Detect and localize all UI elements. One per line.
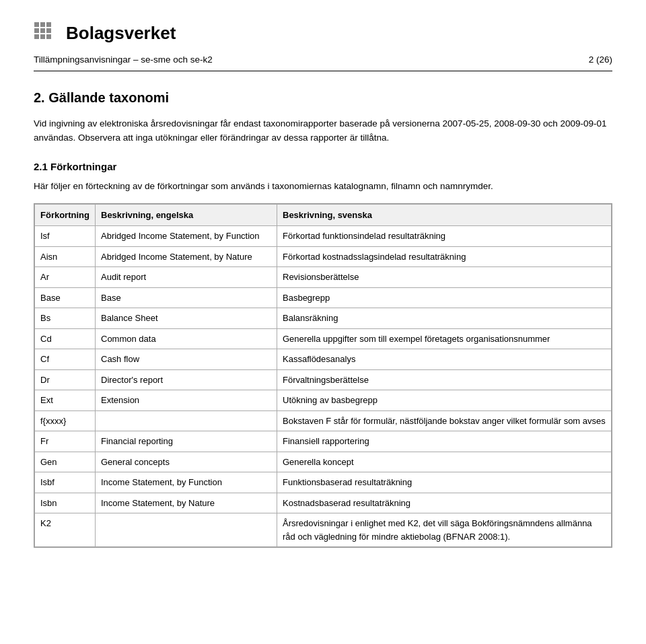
- table-cell-12-2: Funktionsbaserad resultaträkning: [277, 472, 612, 493]
- table-cell-14-1: [96, 513, 277, 547]
- table-row: BaseBaseBasbegrepp: [35, 287, 612, 308]
- table-row: IsbnIncome Statement, by NatureKostnadsb…: [35, 493, 612, 513]
- table-cell-9-0: f{xxxx}: [35, 410, 96, 431]
- subheader-text: Tillämpningsanvisningar – se-sme och se-…: [34, 53, 213, 67]
- table-cell-8-1: Extension: [96, 390, 277, 411]
- table-row: f{xxxx}Bokstaven F står för formulär, nä…: [35, 410, 612, 431]
- col-header-en: Beskrivning, engelska: [96, 204, 277, 226]
- table-cell-9-1: [96, 410, 277, 431]
- table-cell-13-2: Kostnadsbaserad resultaträkning: [277, 493, 612, 513]
- table-cell-5-2: Generella uppgifter som till exempel för…: [277, 328, 612, 349]
- table-cell-3-2: Basbegrepp: [277, 287, 612, 308]
- table-cell-3-0: Base: [35, 287, 96, 308]
- table-row: BsBalance SheetBalansräkning: [35, 308, 612, 329]
- col-header-sv: Beskrivning, svenska: [277, 204, 612, 226]
- table-cell-5-0: Cd: [35, 328, 96, 349]
- abbreviations-table-container: Förkortning Beskrivning, engelska Beskri…: [34, 203, 612, 548]
- table-cell-1-1: Abridged Income Statement, by Nature: [96, 246, 277, 267]
- table-cell-9-2: Bokstaven F står för formulär, nästfölja…: [277, 410, 612, 431]
- table-row: IsbfIncome Statement, by FunctionFunktio…: [35, 472, 612, 493]
- table-row: CdCommon dataGenerella uppgifter som til…: [35, 328, 612, 349]
- table-cell-4-0: Bs: [35, 308, 96, 329]
- table-cell-13-0: Isbn: [35, 493, 96, 513]
- table-body: IsfAbridged Income Statement, by Functio…: [35, 226, 612, 547]
- table-row: DrDirector's reportFörvaltningsberättels…: [35, 369, 612, 390]
- table-cell-1-2: Förkortad kostnadsslagsindelad resultatr…: [277, 246, 612, 267]
- svg-rect-6: [34, 34, 39, 39]
- table-cell-7-2: Förvaltningsberättelse: [277, 369, 612, 390]
- section-title: 2. Gällande taxonomi: [34, 87, 612, 108]
- table-cell-3-1: Base: [96, 287, 277, 308]
- table-row: ArAudit reportRevisionsberättelse: [35, 267, 612, 288]
- svg-rect-8: [46, 34, 51, 39]
- table-header-row: Förkortning Beskrivning, engelska Beskri…: [35, 204, 612, 226]
- bolagsverket-logo-icon: [34, 22, 58, 46]
- table-cell-11-0: Gen: [35, 452, 96, 472]
- table-cell-10-2: Finansiell rapportering: [277, 431, 612, 452]
- table-cell-8-0: Ext: [35, 390, 96, 411]
- table-cell-0-1: Abridged Income Statement, by Function: [96, 226, 277, 247]
- table-row: CfCash flowKassaflödesanalys: [35, 349, 612, 370]
- subheader: Tillämpningsanvisningar – se-sme och se-…: [34, 53, 612, 71]
- table-cell-14-2: Årsredovisningar i enlighet med K2, det …: [277, 513, 612, 547]
- table-cell-12-1: Income Statement, by Function: [96, 472, 277, 493]
- table-cell-11-1: General concepts: [96, 452, 277, 472]
- table-cell-12-0: Isbf: [35, 472, 96, 493]
- svg-rect-5: [46, 28, 51, 33]
- table-cell-1-0: Aisn: [35, 246, 96, 267]
- svg-rect-2: [46, 22, 51, 27]
- svg-rect-1: [40, 22, 45, 27]
- table-cell-6-0: Cf: [35, 349, 96, 370]
- logo-text: Bolagsverket: [66, 20, 176, 46]
- subsection-title: 2.1 Förkortningar: [34, 159, 612, 175]
- header-section: Bolagsverket: [34, 20, 612, 46]
- table-cell-4-1: Balance Sheet: [96, 308, 277, 329]
- table-cell-0-2: Förkortad funktionsindelad resultaträkni…: [277, 226, 612, 247]
- svg-rect-4: [40, 28, 45, 33]
- table-row: AisnAbridged Income Statement, by Nature…: [35, 246, 612, 267]
- body-text-1: Vid ingivning av elektroniska årsredovis…: [34, 117, 612, 145]
- table-row: ExtExtensionUtökning av basbegrepp: [35, 390, 612, 411]
- table-row: GenGeneral conceptsGenerella koncept: [35, 452, 612, 472]
- table-cell-6-1: Cash flow: [96, 349, 277, 370]
- table-cell-8-2: Utökning av basbegrepp: [277, 390, 612, 411]
- table-row: IsfAbridged Income Statement, by Functio…: [35, 226, 612, 247]
- table-cell-2-0: Ar: [35, 267, 96, 288]
- table-cell-7-1: Director's report: [96, 369, 277, 390]
- svg-rect-0: [34, 22, 39, 27]
- table-cell-2-2: Revisionsberättelse: [277, 267, 612, 288]
- table-cell-10-1: Financial reporting: [96, 431, 277, 452]
- table-cell-6-2: Kassaflödesanalys: [277, 349, 612, 370]
- table-cell-13-1: Income Statement, by Nature: [96, 493, 277, 513]
- table-cell-14-0: K2: [35, 513, 96, 547]
- table-cell-10-0: Fr: [35, 431, 96, 452]
- svg-rect-7: [40, 34, 45, 39]
- table-cell-7-0: Dr: [35, 369, 96, 390]
- table-cell-0-0: Isf: [35, 226, 96, 247]
- table-row: FrFinancial reportingFinansiell rapporte…: [35, 431, 612, 452]
- table-row: K2Årsredovisningar i enlighet med K2, de…: [35, 513, 612, 547]
- table-cell-4-2: Balansräkning: [277, 308, 612, 329]
- table-cell-11-2: Generella koncept: [277, 452, 612, 472]
- col-header-abbr: Förkortning: [35, 204, 96, 226]
- svg-rect-3: [34, 28, 39, 33]
- table-cell-5-1: Common data: [96, 328, 277, 349]
- page-number: 2 (26): [589, 53, 612, 67]
- body-text-2: Här följer en förteckning av de förkortn…: [34, 180, 612, 193]
- abbreviations-table: Förkortning Beskrivning, engelska Beskri…: [34, 204, 612, 548]
- table-cell-2-1: Audit report: [96, 267, 277, 288]
